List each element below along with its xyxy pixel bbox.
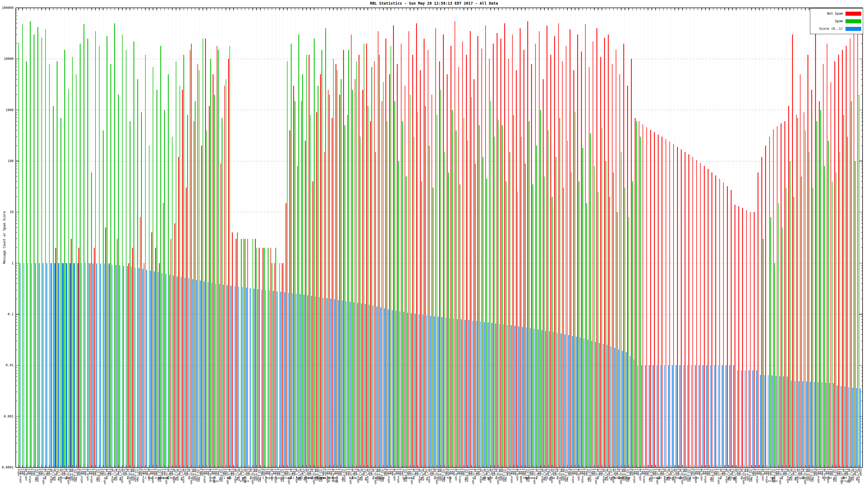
svg-text:1 hop: 1 hop <box>443 476 452 479</box>
svg-text:0.1: 0.1 <box>8 312 13 316</box>
legend: Not SpamSpamScore (0..1) <box>810 8 863 34</box>
legend-label: Score (0..1) <box>819 27 843 31</box>
svg-text:net: net <box>212 476 216 479</box>
svg-text:100000: 100000 <box>2 6 13 10</box>
svg-text:1000: 1000 <box>6 108 13 112</box>
svg-text:6 hops: 6 hops <box>822 476 832 479</box>
svg-text:10000: 10000 <box>4 57 13 61</box>
svg-text:origin: origin <box>484 476 493 479</box>
legend-entry: Score (0..1) <box>812 25 861 33</box>
legend-swatch <box>845 19 861 23</box>
svg-text:net 1: net 1 <box>842 476 850 479</box>
bars-layer <box>19 21 861 467</box>
svg-text:2 hops: 2 hops <box>689 476 699 479</box>
svg-text:10: 10 <box>10 210 13 214</box>
svg-text:1 hop: 1 hop <box>293 476 301 479</box>
svg-text:origin: origin <box>240 480 249 483</box>
legend-label: Spam <box>835 19 843 23</box>
svg-text:0.001: 0.001 <box>4 415 13 418</box>
legend-entry: Not Spam <box>812 10 861 18</box>
svg-text:2 hops: 2 hops <box>402 476 412 479</box>
svg-text:0.0001: 0.0001 <box>2 465 13 469</box>
svg-text:3 hops: 3 hops <box>525 476 535 479</box>
svg-text:origin: origin <box>375 476 384 479</box>
svg-text:0.01: 0.01 <box>6 363 13 367</box>
svg-text:origin: origin <box>842 480 851 483</box>
svg-text:1 hop: 1 hop <box>262 476 271 479</box>
svg-text:1: 1 <box>12 261 13 265</box>
svg-text:origin: origin <box>60 476 70 479</box>
chart-root: RBL Statistics - Sun May 28 12:58:13 EDT… <box>0 0 868 488</box>
svg-text:1 hop: 1 hop <box>349 476 357 479</box>
svg-text:6 hops: 6 hops <box>329 476 338 479</box>
legend-swatch <box>845 12 861 16</box>
legend-entry: Spam <box>812 18 861 25</box>
svg-text:1 hop: 1 hop <box>622 476 630 479</box>
svg-text:net: net <box>242 476 247 479</box>
svg-text:origin: origin <box>209 480 219 483</box>
svg-text:1 hop: 1 hop <box>728 476 736 479</box>
legend-label: Not Spam <box>827 12 843 15</box>
svg-text:origin 1 hop: origin 1 hop <box>652 476 672 479</box>
svg-text:origin: origin <box>795 476 805 479</box>
svg-text:origin: origin <box>860 468 862 476</box>
svg-text:1 hop: 1 hop <box>166 476 175 479</box>
svg-text:100: 100 <box>8 159 13 163</box>
svg-text:6 hops: 6 hops <box>329 480 338 483</box>
svg-text:origin: origin <box>271 476 280 479</box>
plot-svg: 1000001000010001001010.10.010.0010.0001o… <box>0 0 868 488</box>
legend-swatch <box>845 27 861 31</box>
svg-text:4 hops: 4 hops <box>672 476 682 479</box>
svg-text:1 hop: 1 hop <box>547 476 555 479</box>
svg-text:1 hop: 1 hop <box>223 476 231 479</box>
svg-text:origin: origin <box>283 476 292 479</box>
svg-text:net: net <box>770 476 775 479</box>
y-tick-labels: 1000001000010001001010.10.010.0010.0001 <box>2 6 13 469</box>
svg-text:origin: origin <box>768 480 778 483</box>
